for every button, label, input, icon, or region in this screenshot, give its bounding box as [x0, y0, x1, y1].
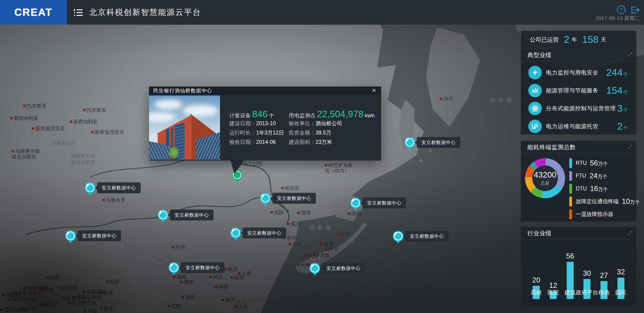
menu-list-icon[interactable] — [73, 8, 83, 18]
datacenter-pin[interactable] — [310, 263, 320, 274]
industry-bar-chart: 20 高校 12 医院 56 建筑 30 政府平台 27 移动 32 园区 — [528, 241, 629, 299]
legend-swatch — [569, 184, 572, 194]
legend-swatch — [569, 171, 572, 181]
datacenter-photo — [149, 95, 220, 160]
datacenter-pin-label[interactable]: 安立桥数据中心 — [405, 231, 449, 242]
industry-performance-header: 行业业绩 — [521, 227, 636, 240]
datacenter-pin[interactable] — [158, 210, 168, 220]
dashboard-root: 托木斯克托木斯克新西伯利亚新西伯利亚新库兹涅茨克新库兹涅茨克巴甫洛达尔乌斯季卡缅… — [0, 0, 644, 313]
datacenter-pin-label[interactable]: 安立桥数据中心 — [362, 198, 406, 209]
detail-run-duration: 运行时长：1年3月12日 — [229, 129, 284, 136]
lightning-icon — [528, 66, 542, 79]
panel-terminal-total: 能耗终端监测总数 43200 总量 RTU 56万个 FTU 24万个 — [521, 141, 636, 222]
expand-icon[interactable] — [628, 231, 632, 236]
datacenter-pin-label[interactable]: 安立桥数据中心 — [78, 230, 121, 241]
panel-industry-performance: 行业业绩 20 高校 12 医院 56 建筑 30 政府平台 — [521, 227, 636, 305]
bar-universities: 20 高校 — [528, 241, 545, 299]
stat-metering-devices: 计量设备 846 个 — [229, 109, 274, 119]
legend-item-dtu: DTU 16万个 — [569, 182, 634, 195]
bar-parks: 32 园区 — [612, 241, 629, 299]
datacenter-pin[interactable] — [168, 262, 179, 273]
creat-logo: CREAT — [0, 0, 67, 25]
typical-performance-header: 典型业绩 — [521, 49, 636, 61]
ops-gear-icon — [528, 120, 542, 133]
detail-build-date: 建设日期：2013-10 — [229, 120, 276, 127]
legend-swatch — [569, 196, 572, 207]
bar-government: 30 政府平台 — [578, 241, 596, 299]
detail-acceptance-unit: 验收单位：酒仙桥公司 — [289, 120, 342, 127]
detail-investment: 投资金额：39.5万 — [289, 129, 331, 136]
datacenter-pin-label[interactable]: 安立桥数据中心 — [181, 262, 224, 273]
datacenter-pin[interactable] — [65, 230, 76, 241]
legend-item-fault-indicator: 一遥故障指示器 — [569, 208, 634, 221]
top-bar: CREAT 北京科税创新智慧能源云平台 ? 2017-08-13 星期 — [0, 0, 644, 25]
datacenter-pin[interactable] — [350, 198, 361, 208]
legend-swatch — [569, 209, 572, 219]
help-icon[interactable]: ? — [616, 5, 626, 15]
detail-build-area: 建设面积：23万米 — [289, 138, 332, 146]
list-item: 能源管理与节能服务 154个 — [521, 81, 636, 99]
datacenter-pin-label[interactable]: 安立桥数据中心 — [97, 182, 141, 193]
svg-text:?: ? — [620, 7, 622, 13]
terminal-total-header: 能耗终端监测总数 — [521, 141, 636, 153]
energy-wave-icon — [528, 84, 542, 97]
list-item: 电力运维与能源托管 2个 — [521, 117, 636, 135]
popup-titlebar: 民生银行酒仙桥数据中心 ✕ — [149, 87, 381, 95]
datacenter-popup: 民生银行酒仙桥数据中心 ✕ 计量设备 846 个 用电监测点 22,504,97… — [149, 87, 381, 161]
company-operation-stat: 公司已运营 2 年 158 天 — [521, 31, 636, 49]
popup-title: 民生银行酒仙桥数据中心 — [153, 87, 212, 94]
popup-tail — [230, 161, 244, 174]
logout-icon[interactable] — [630, 5, 640, 15]
datacenter-pin-label[interactable]: 安立桥数据中心 — [170, 210, 214, 221]
date-display: 2017-08-13 星期二 — [596, 15, 640, 21]
expand-icon[interactable] — [628, 145, 632, 150]
legend-swatch — [569, 158, 572, 168]
datacenter-pin[interactable] — [404, 137, 415, 148]
list-item: 电力监控与用电安全 244个 — [521, 63, 636, 81]
datacenter-pin[interactable] — [260, 193, 271, 204]
atom-icon — [528, 102, 542, 115]
datacenter-pin[interactable] — [85, 182, 96, 193]
legend-item-rtu: RTU 56万个 — [569, 157, 634, 169]
datacenter-pin[interactable] — [230, 228, 241, 238]
datacenter-pin[interactable] — [393, 231, 404, 242]
legend-item-ftu: FTU 24万个 — [569, 169, 634, 182]
detail-acceptance-date: 验收日期：2014-06 — [229, 138, 276, 146]
datacenter-pin-label[interactable]: 安立桥数据中心 — [272, 193, 316, 204]
typical-performance-list: 电力监控与用电安全 244个 能源管理与节能服务 154个 — [521, 61, 636, 134]
bar-hospitals: 12 医院 — [545, 241, 562, 299]
legend-item-fault-terminal: 故障定位通信终端 10万个 — [569, 195, 634, 208]
expand-icon[interactable] — [628, 52, 632, 58]
donut-legend: RTU 56万个 FTU 24万个 DTU 16万个 故障定位通信终端 10万个… — [569, 157, 634, 221]
panel-typical-performance: 公司已运营 2 年 158 天 典型业绩 电力监控与用电安全 24 — [521, 31, 636, 134]
datacenter-pin-label[interactable]: 安立桥数据中心 — [242, 228, 286, 239]
list-item: 分布式能源控制与运营管理 3个 — [521, 99, 636, 117]
page-title: 北京科税创新智慧能源云平台 — [89, 7, 201, 18]
close-icon[interactable]: ✕ — [371, 87, 376, 94]
logo-text: CREAT — [14, 6, 52, 18]
datacenter-pin-label[interactable]: 安立桥数据中心 — [322, 263, 365, 274]
stat-power-monitoring: 用电监测点 22,504,978 kWh — [289, 109, 374, 119]
donut-center-total: 43200 总量 — [525, 158, 565, 198]
datacenter-pin-label[interactable]: 安立桥数据中心 — [417, 137, 460, 148]
